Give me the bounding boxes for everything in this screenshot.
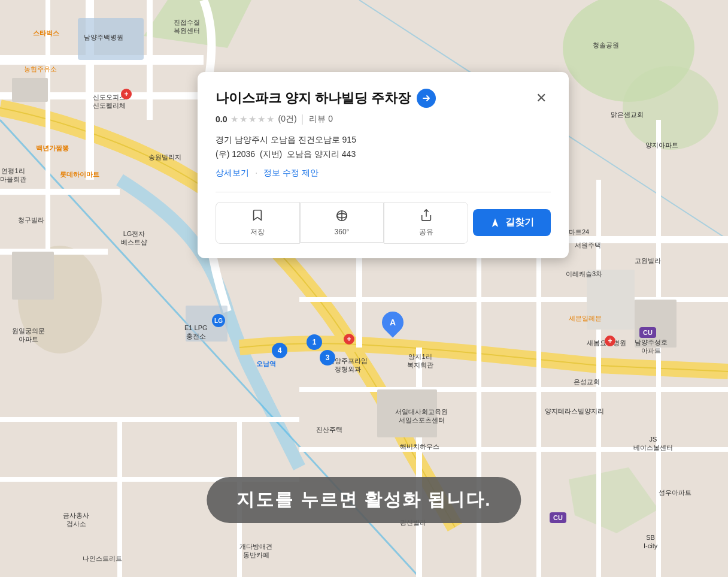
- share-label: 공유: [419, 227, 433, 237]
- place-water-center: 진접수질복원센터: [174, 18, 200, 35]
- place-lpg: E1 LPG충전소: [184, 324, 208, 341]
- save-icon: [251, 209, 264, 225]
- cu-badge-1: CU: [639, 327, 656, 338]
- svg-rect-30: [12, 252, 54, 300]
- share-icon: [420, 209, 433, 225]
- link-separator: ·: [255, 168, 257, 179]
- popup-title-row: 나이스파크 양지 하나빌딩 주차장: [216, 89, 436, 108]
- navigate-label: 길찾기: [505, 216, 534, 229]
- review-count: (0건): [278, 114, 296, 125]
- place-sb: SBI-city: [644, 533, 657, 551]
- popup-address: 경기 남양주시 오남읍 진건오남로 915 (우) 12036 (지번) 오남읍…: [216, 133, 551, 162]
- lpg-icon: LG: [212, 314, 225, 327]
- popup-header: 나이스파크 양지 하나빌딩 주차장 ✕: [216, 89, 551, 108]
- medical-cross-1: +: [121, 89, 132, 99]
- place-yangji-apt: 양지아파트: [645, 141, 678, 149]
- place-lotte: 롯데하이마트: [60, 170, 99, 179]
- activate-message: 지도를 누르면 활성화 됩니다.: [236, 490, 491, 509]
- star-2: ★: [239, 114, 247, 125]
- view360-label: 360°: [335, 228, 350, 236]
- place-gas: 농협주유소: [24, 65, 57, 73]
- medical-cross-2: +: [344, 334, 354, 345]
- cu-badge-2: CU: [550, 512, 566, 523]
- place-jjampong: 백년가짬뽕: [36, 144, 69, 152]
- svg-point-2: [623, 66, 718, 150]
- svg-rect-29: [12, 78, 48, 102]
- rating-value: 0.0: [216, 114, 227, 124]
- popup-arrow-button[interactable]: [417, 89, 436, 108]
- number-marker-4: 4: [272, 343, 287, 358]
- separator: │: [301, 114, 306, 124]
- place-inspectorate: 금사총사검사소: [63, 511, 89, 528]
- place-js: JS베이스볼센터: [633, 435, 673, 452]
- popup-close-button[interactable]: ✕: [532, 89, 551, 108]
- popup-actions: 저장 360°: [216, 202, 551, 244]
- map-activate-banner[interactable]: 지도를 누르면 활성화 됩니다.: [207, 477, 521, 523]
- address-jibun: 오남읍 양지리 443: [287, 149, 356, 159]
- info-popup: 나이스파크 양지 하나빌딩 주차장 ✕ 0.0 ★ ★ ★ ★ ★ (0건) │…: [198, 72, 569, 258]
- place-711: 세븐일레븐: [569, 314, 602, 322]
- star-1: ★: [230, 114, 238, 125]
- save-button[interactable]: 저장: [216, 202, 300, 244]
- place-sungwoo: 성우아파트: [659, 488, 691, 497]
- number-marker-3: 3: [320, 350, 335, 365]
- popup-divider: [216, 192, 551, 192]
- place-nine: 나인스트리트: [83, 554, 122, 563]
- medical-cross-3: +: [605, 336, 615, 346]
- star-5: ★: [266, 114, 274, 125]
- place-haevichi: 해비치하우스: [400, 442, 439, 451]
- place-chungu: 청구빌라: [18, 216, 44, 224]
- view360-button[interactable]: 360°: [300, 203, 384, 243]
- address-detail: (우) 12036 (지번) 오남읍 양지리 443: [216, 147, 551, 162]
- star-3: ★: [248, 114, 256, 125]
- place-seowon: 서원주택: [575, 241, 601, 249]
- address-type: (지번): [260, 149, 282, 159]
- place-welfare: 양지1리복지회관: [407, 352, 433, 370]
- address-road: 경기 남양주시 오남읍 진건오남로 915: [216, 133, 551, 147]
- place-lg: LG전자베스트샵: [121, 229, 147, 247]
- edit-link[interactable]: 정보 수정 제안: [263, 168, 318, 179]
- share-button[interactable]: 공유: [384, 202, 468, 244]
- save-label: 저장: [250, 227, 265, 237]
- star-rating: ★ ★ ★ ★ ★: [230, 114, 274, 125]
- place-seouil: 서일대사회교육원서일스포츠센터: [395, 407, 448, 425]
- place-wonil: 원일궁의문아파트: [12, 327, 45, 344]
- place-yangji-terrace: 양지테라스빌양지리: [545, 407, 604, 415]
- location-marker-a: A: [382, 312, 404, 333]
- navigate-button[interactable]: 길찾기: [473, 209, 551, 236]
- place-starbucks: 스타벅스: [33, 29, 59, 37]
- postal-code: (우) 12036: [216, 149, 255, 159]
- place-mart24: 마트24: [569, 228, 589, 236]
- place-park: 청솔공원: [593, 41, 619, 49]
- detail-link[interactable]: 상세보기: [216, 168, 249, 179]
- popup-links: 상세보기 · 정보 수정 제안: [216, 168, 551, 179]
- place-dog-cafe: 개다방애견동반카페: [239, 542, 272, 560]
- place-castle: 이레캐슬3차: [566, 270, 602, 278]
- view360-icon: [335, 209, 348, 225]
- place-gowon: 고원빌라: [635, 256, 661, 265]
- popup-title: 나이스파크 양지 하나빌딩 주차장: [216, 89, 411, 107]
- place-hospital: 남양주백병원: [84, 33, 123, 41]
- review-label: 리뷰 0: [309, 114, 333, 125]
- map-container[interactable]: 스타벅스 남양주백병원 진접수질복원센터 농협주유소 신도오피스신도펠리체 백년…: [0, 0, 728, 577]
- number-marker-1: 1: [307, 334, 322, 350]
- place-yeonpyeong: 연평1리마을회관: [0, 167, 26, 184]
- place-church: 은성교회: [574, 377, 600, 386]
- star-4: ★: [257, 114, 265, 125]
- popup-rating: 0.0 ★ ★ ★ ★ ★ (0건) │ 리뷰 0: [216, 114, 551, 125]
- place-jinsan: 진산주택: [316, 425, 342, 434]
- place-clear-church: 맑은샘교회: [611, 110, 644, 119]
- place-nanyangho: 남양주성호아파트: [635, 338, 668, 355]
- place-station: 오남역: [256, 360, 276, 368]
- place-songwon: 송원빌리지: [148, 153, 181, 161]
